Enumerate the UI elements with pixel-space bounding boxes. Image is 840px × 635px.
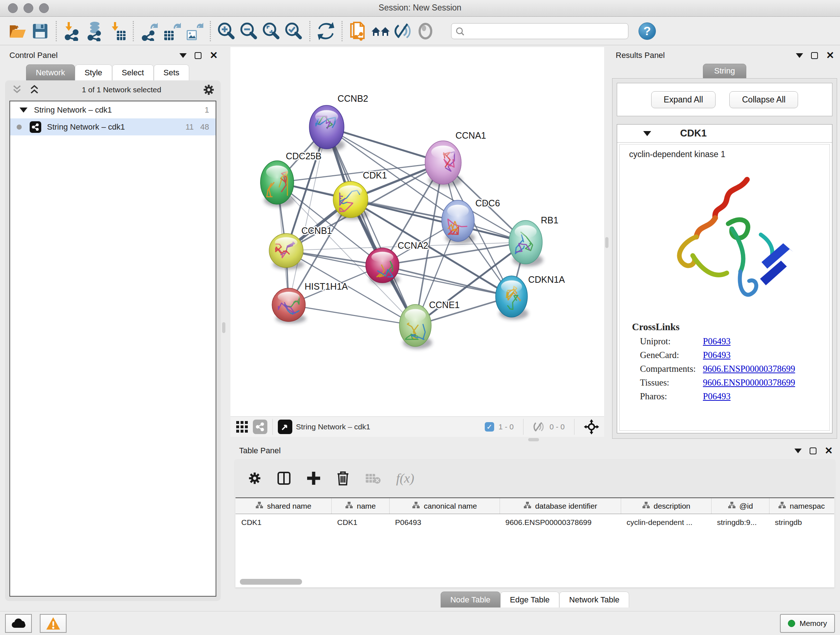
table-cell[interactable]: CDK1 [332,514,389,531]
column-header-database-identifier[interactable]: database identifier [500,498,621,514]
table-cell[interactable]: stringdb [769,514,834,531]
save-session-button[interactable] [29,20,51,42]
network-canvas[interactable]: CCNB2CCNA1CDC25BCDK1CDC6RB1CCNB1CCNA2CDK… [231,47,604,416]
close-panel-icon[interactable]: ✕ [210,51,218,60]
float-panel-icon[interactable] [195,52,202,59]
node-gloss-highlight [405,309,426,322]
table-cell[interactable]: 9606.ENSP00000378699 [500,514,621,531]
crosslink-link[interactable]: P06493 [703,350,730,360]
node-CCNA1[interactable]: CCNA1 [425,130,486,187]
column-header--id[interactable]: @id [711,498,769,514]
zoom-out-button[interactable] [238,20,260,42]
gear-icon[interactable] [202,84,215,96]
gene-section-header[interactable]: CDK1 [617,125,832,143]
import-network-database-button[interactable] [84,20,106,42]
search-input[interactable] [451,23,628,39]
import-network-file-button[interactable] [61,20,84,42]
table-settings-gear-icon[interactable] [248,471,262,485]
export-image-button[interactable] [183,20,205,42]
expand-all-button[interactable]: Expand All [651,91,716,108]
crosslink-link[interactable]: P06493 [703,336,730,347]
node-CDKN1A[interactable]: CDKN1A [496,274,565,320]
float-panel-icon[interactable] [810,448,816,454]
close-panel-icon[interactable]: ✕ [826,51,834,60]
panel-menu-icon[interactable] [794,448,802,453]
panel-menu-icon[interactable] [180,53,187,58]
table-cell[interactable]: cyclin-dependent ... [621,514,711,531]
node-RB1[interactable]: RB1 [509,215,559,266]
zoom-fit-button[interactable] [260,20,283,42]
toolbar-search [451,23,628,39]
node-CDC6[interactable]: CDC6 [442,198,500,244]
home-networks-button[interactable] [369,20,392,42]
tree-expand-caret-icon[interactable] [19,108,27,112]
edge-HIST1H1A-CCNE1[interactable] [289,305,415,325]
show-all-button[interactable] [414,20,437,42]
pan-crosshair-icon[interactable] [584,419,599,434]
scrollbar-thumb[interactable] [240,579,302,585]
help-icon[interactable]: ? [638,22,656,40]
warning-status-button[interactable] [40,614,66,633]
birds-eye-view-icon[interactable] [278,420,292,434]
float-panel-icon[interactable] [811,52,818,59]
node-CCNB2[interactable]: CCNB2 [309,93,368,151]
grid-view-icon[interactable] [235,420,248,433]
collapse-all-button[interactable]: Collapse All [729,91,798,108]
node-CCNE1[interactable]: CCNE1 [399,300,460,349]
open-file-button[interactable] [6,20,29,42]
tab-network-table[interactable]: Network Table [559,592,629,608]
delete-column-icon[interactable] [336,470,350,486]
node-label: CCNE1 [429,300,460,310]
column-header-canonical-name[interactable]: canonical name [389,498,500,514]
table-horizontal-scrollbar[interactable] [237,579,833,585]
column-header-shared-name[interactable]: shared name [235,498,332,514]
tab-sets[interactable]: Sets [154,65,189,80]
tab-node-table[interactable]: Node Table [441,592,500,608]
string-document-button[interactable] [347,20,369,42]
node-HIST1H1A[interactable]: HIST1H1A [272,281,348,324]
tree-item-label: String Network – cdk1 [47,122,125,132]
tab-select[interactable]: Select [112,65,154,80]
tree-row-network[interactable]: String Network – cdk11148 [10,119,216,135]
table-cell[interactable]: P06493 [389,514,500,531]
selected-checkbox-icon[interactable]: ✓ [485,422,494,432]
right-splitter-handle[interactable] [605,237,608,248]
zoom-in-button[interactable] [215,20,238,42]
collapse-caret-icon[interactable] [643,131,651,136]
zoom-selected-button[interactable] [283,20,305,42]
memory-button[interactable]: Memory [780,614,835,633]
apply-layout-button[interactable] [315,20,337,42]
table-row[interactable]: CDK1CDK1P064939606.ENSP00000378699cyclin… [235,514,834,531]
crosslink-link[interactable]: P06493 [703,391,730,402]
crosslink-link[interactable]: 9606.ENSP00000378699 [703,378,795,388]
network-share-icon[interactable] [253,420,267,434]
tab-style[interactable]: Style [75,65,112,80]
import-table-button[interactable] [106,20,128,42]
cloud-status-button[interactable] [5,614,32,633]
column-header-description[interactable]: description [621,498,711,514]
table-cell[interactable]: CDK1 [235,514,332,531]
collapse-all-icon[interactable] [11,84,23,95]
network-graph[interactable]: CCNB2CCNA1CDC25BCDK1CDC6RB1CCNB1CCNA2CDK… [231,47,604,416]
column-header-name[interactable]: name [332,498,389,514]
edge-CCNB2-CCNE1[interactable] [327,127,415,325]
tab-network[interactable]: Network [26,65,75,80]
horizontal-splitter-handle[interactable] [528,438,539,441]
column-header-namespac[interactable]: namespac [769,498,834,514]
table-cell[interactable]: stringdb:9... [711,514,769,531]
node-CDC25B[interactable]: CDC25B [261,151,322,207]
close-panel-icon[interactable]: ✕ [824,446,833,456]
export-network-button[interactable] [138,20,161,42]
left-splitter-handle[interactable] [222,322,225,333]
add-column-icon[interactable] [306,471,321,486]
show-columns-icon[interactable] [277,471,291,486]
tab-edge-table[interactable]: Edge Table [500,592,560,608]
panel-menu-icon[interactable] [796,53,803,58]
expand-all-icon[interactable] [28,84,41,95]
tree-row-collection[interactable]: String Network – cdk11 [10,101,216,119]
hide-selected-button[interactable] [392,20,414,42]
tab-string[interactable]: String [703,64,746,78]
export-table-button[interactable] [161,20,183,42]
crosslink-link[interactable]: 9606.ENSP00000378699 [703,364,795,374]
node-CDK1[interactable]: CDK1 [333,170,387,220]
